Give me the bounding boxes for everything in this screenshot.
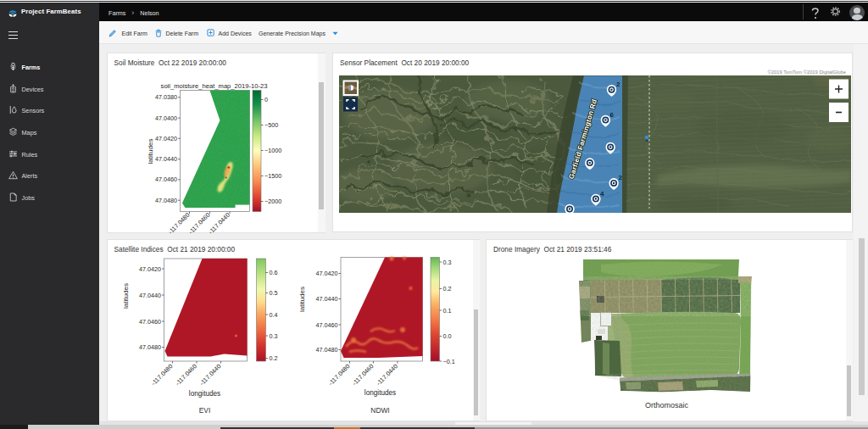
svg-text:47.0380: 47.0380	[155, 93, 177, 101]
svg-text:latitudes: latitudes	[147, 138, 154, 164]
svg-text:0.2: 0.2	[269, 354, 277, 362]
svg-text:47.0420: 47.0420	[139, 265, 161, 273]
svg-text:47.0440: 47.0440	[155, 155, 177, 163]
svg-text:−1500: −1500	[264, 172, 281, 180]
svg-text:0: 0	[264, 96, 268, 103]
svg-text:0.4: 0.4	[269, 311, 277, 319]
svg-text:0.3: 0.3	[442, 259, 451, 266]
svg-text:−0.1: −0.1	[442, 358, 454, 365]
svg-text:47.0460: 47.0460	[155, 176, 177, 183]
svg-text:0.6: 0.6	[269, 269, 277, 276]
svg-text:-117.0480: -117.0480	[149, 363, 174, 387]
svg-text:−500: −500	[264, 121, 278, 129]
svg-text:0.2: 0.2	[442, 285, 451, 292]
svg-text:0.1: 0.1	[442, 307, 451, 315]
svg-text:47.0480: 47.0480	[139, 343, 161, 351]
svg-text:47.0400: 47.0400	[155, 114, 177, 121]
svg-text:latitudes: latitudes	[298, 287, 306, 312]
svg-text:47.0440: 47.0440	[315, 295, 337, 303]
svg-text:47.0480: 47.0480	[315, 346, 337, 354]
svg-text:47.0420: 47.0420	[315, 270, 337, 277]
svg-text:-117.0460: -117.0460	[174, 363, 198, 387]
svg-text:soil_moisture_heat_map_2019-10: soil_moisture_heat_map_2019-10-23	[160, 82, 267, 90]
svg-text:longitudes: longitudes	[364, 389, 395, 397]
svg-text:-117.0440: -117.0440	[207, 211, 231, 234]
svg-text:0.0: 0.0	[442, 332, 451, 340]
svg-text:-117.0480: -117.0480	[326, 363, 351, 387]
svg-text:0.3: 0.3	[269, 332, 277, 340]
svg-text:0.5: 0.5	[269, 289, 277, 297]
svg-text:2: 2	[616, 81, 620, 88]
svg-text:47.0480: 47.0480	[155, 196, 177, 203]
svg-text:−2000: −2000	[264, 198, 281, 205]
svg-text:longitudes: longitudes	[188, 390, 220, 398]
svg-text:NDWI: NDWI	[370, 406, 389, 415]
svg-text:6: 6	[610, 110, 615, 118]
svg-text:-117.0460: -117.0460	[350, 363, 375, 387]
svg-text:-117.0440: -117.0440	[198, 363, 222, 387]
svg-text:latitudes: latitudes	[122, 283, 130, 309]
svg-text:EVI: EVI	[198, 406, 210, 415]
svg-text:47.0440: 47.0440	[139, 292, 161, 299]
svg-text:4: 4	[600, 189, 604, 197]
svg-text:47.0420: 47.0420	[155, 134, 177, 142]
svg-text:−1000: −1000	[264, 147, 281, 154]
svg-text:-117.0440: -117.0440	[375, 363, 399, 387]
svg-text:47.0460: 47.0460	[139, 318, 161, 326]
svg-text:47.0460: 47.0460	[315, 321, 337, 329]
svg-text:2: 2	[619, 174, 623, 181]
